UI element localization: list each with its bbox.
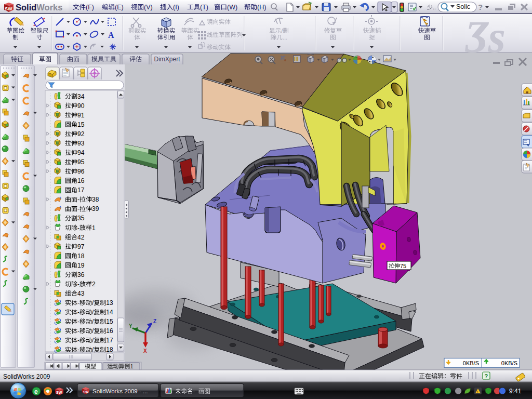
svg-text:75: 75 — [400, 263, 406, 269]
